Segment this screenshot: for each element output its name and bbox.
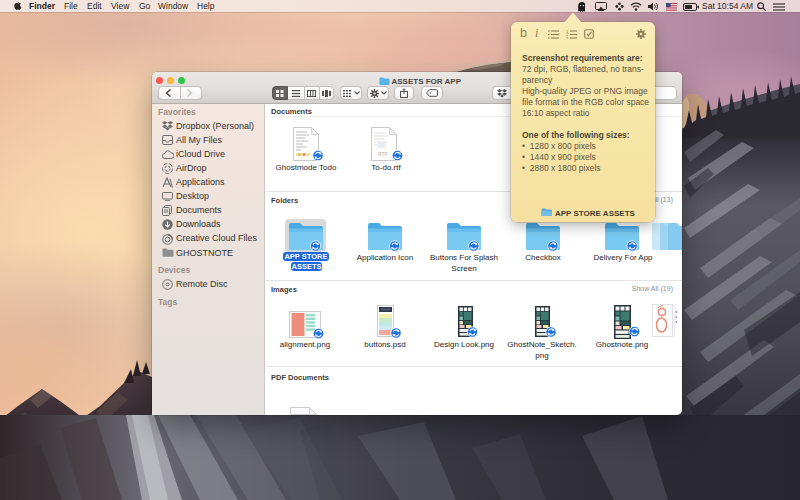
svg-text:3: 3 <box>566 36 569 39</box>
